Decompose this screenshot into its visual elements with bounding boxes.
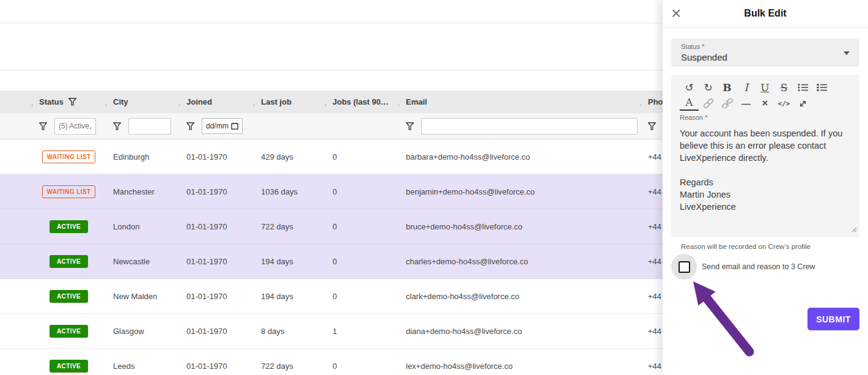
- city-cell: London: [106, 222, 179, 231]
- joined-cell: 01-01-1970: [179, 257, 254, 266]
- jobs-90-cell: 0: [325, 292, 399, 301]
- header-status[interactable]: Status: [32, 97, 106, 106]
- header-city[interactable]: City: [106, 97, 179, 106]
- reason-text-area[interactable]: Your account has been suspended. If you …: [680, 127, 851, 213]
- filter-icon[interactable]: [113, 122, 121, 130]
- last-job-cell: 722 days: [254, 222, 325, 231]
- reason-signature: Regards Martin Jones LiveXperience: [680, 176, 851, 213]
- jobs-90-cell: 0: [325, 362, 399, 371]
- italic-icon[interactable]: I: [737, 80, 756, 95]
- last-job-cell: 722 days: [254, 362, 325, 371]
- checkbox-ripple[interactable]: [671, 254, 697, 280]
- status-dropdown-value: Suspended: [681, 52, 850, 62]
- status-badge: ACTIVE: [50, 325, 88, 338]
- header-joined[interactable]: Joined: [179, 97, 254, 106]
- strikethrough-icon[interactable]: S: [774, 80, 793, 95]
- status-badge: ACTIVE: [50, 220, 88, 233]
- city-cell: Glasgow: [106, 327, 179, 336]
- numbered-list-icon[interactable]: [812, 80, 831, 95]
- joined-cell: 01-01-1970: [179, 222, 254, 231]
- filter-email: [399, 118, 641, 135]
- header-last-job[interactable]: Last job: [254, 97, 325, 106]
- send-email-checkbox[interactable]: [679, 261, 690, 273]
- joined-cell: 01-01-1970: [179, 152, 254, 162]
- email-cell: barbara+demo-ho4ss@liveforce.co: [399, 152, 641, 162]
- joined-date-filter[interactable]: dd/mm: [202, 118, 243, 134]
- last-job-cell: 194 days: [254, 292, 325, 301]
- status-badge: ACTIVE: [50, 255, 88, 268]
- email-cell: benjamin+demo-ho4ss@liveforce.co: [399, 187, 641, 196]
- status-badge: ACTIVE: [50, 360, 88, 373]
- filter-icon[interactable]: [406, 122, 414, 130]
- filter-icon[interactable]: [68, 98, 76, 106]
- filter-status: [32, 118, 106, 135]
- horizontal-rule-icon[interactable]: —: [737, 96, 756, 111]
- status-badge: WAITING LIST: [42, 185, 95, 198]
- jobs-90-cell: 0: [325, 257, 399, 266]
- joined-cell: 01-01-1970: [179, 292, 254, 301]
- status-dropdown-label: Status *: [681, 43, 850, 50]
- city-cell: Newcastle: [106, 257, 179, 266]
- bold-icon[interactable]: B: [718, 80, 737, 95]
- link-icon[interactable]: [699, 96, 718, 111]
- expand-icon[interactable]: [793, 96, 812, 111]
- filter-icon[interactable]: [186, 122, 194, 130]
- joined-cell: 01-01-1970: [179, 327, 254, 336]
- filter-icon[interactable]: [648, 122, 656, 130]
- filter-joined: dd/mm: [179, 118, 254, 134]
- last-job-cell: 8 days: [254, 327, 325, 336]
- font-color-icon[interactable]: A: [680, 96, 699, 111]
- jobs-90-cell: 0: [325, 152, 399, 162]
- header-email[interactable]: Email: [399, 97, 641, 106]
- jobs-90-cell: 0: [325, 187, 399, 196]
- resize-handle-icon[interactable]: [850, 224, 857, 235]
- send-email-row: Send email and reason to 3 Crew: [663, 253, 868, 280]
- city-cell: Manchester: [106, 187, 179, 196]
- jobs-90-cell: 1: [325, 327, 399, 336]
- redo-icon[interactable]: ↻: [699, 80, 718, 95]
- status-dropdown[interactable]: Status * Suspended: [671, 39, 859, 67]
- chevron-down-icon: [844, 51, 850, 55]
- bullet-list-icon[interactable]: [793, 80, 812, 95]
- last-job-cell: 194 days: [254, 257, 325, 266]
- send-email-label: Send email and reason to 3 Crew: [702, 262, 815, 271]
- unlink-icon[interactable]: [718, 96, 737, 111]
- status-cell: ACTIVE: [32, 220, 106, 233]
- city-filter-input[interactable]: [128, 118, 171, 135]
- editor-toolbar-row-2: A — × </>: [680, 95, 851, 111]
- reason-paragraph: Your account has been suspended. If you …: [680, 127, 851, 164]
- status-badge: ACTIVE: [50, 290, 88, 303]
- email-filter-input[interactable]: [421, 118, 638, 135]
- joined-cell: 01-01-1970: [179, 362, 254, 371]
- editor-toolbar-row-1: ↺ ↻ B I U S: [680, 80, 851, 95]
- undo-icon[interactable]: ↺: [680, 80, 699, 95]
- status-cell: ACTIVE: [32, 325, 106, 338]
- code-view-icon[interactable]: </>: [774, 96, 793, 111]
- email-cell: lex+demo-ho4ss@liveforce.co: [399, 362, 641, 371]
- filter-icon[interactable]: [39, 122, 47, 130]
- city-cell: Leeds: [106, 362, 179, 371]
- reason-editor: ↺ ↻ B I U S A — × </>: [671, 75, 859, 237]
- reason-label: Reason *: [680, 114, 851, 121]
- email-cell: charles+demo-ho4ss@liveforce.co: [399, 257, 641, 266]
- email-cell: diana+demo-ho4ss@liveforce.co: [399, 327, 641, 336]
- status-cell: WAITING LIST: [32, 150, 106, 163]
- calendar-icon: [231, 122, 238, 130]
- panel-title: Bulk Edit: [663, 8, 868, 19]
- underline-icon[interactable]: U: [756, 80, 774, 95]
- panel-header: × Bulk Edit: [663, 0, 868, 28]
- city-cell: New Malden: [106, 292, 179, 301]
- clear-formatting-icon[interactable]: ×: [756, 96, 774, 111]
- submit-button[interactable]: SUBMIT: [807, 308, 859, 330]
- email-cell: clark+demo-ho4ss@liveforce.co: [399, 292, 641, 301]
- status-badge: WAITING LIST: [42, 150, 95, 163]
- reason-helper-text: Reason will be recorded on Crew’s profil…: [681, 243, 859, 250]
- status-cell: ACTIVE: [32, 290, 106, 303]
- status-cell: ACTIVE: [32, 360, 106, 373]
- header-jobs-90[interactable]: Jobs (last 90…: [325, 97, 399, 106]
- status-filter-input[interactable]: [54, 118, 96, 135]
- city-cell: Edinburgh: [106, 152, 179, 162]
- last-job-cell: 1036 days: [254, 187, 325, 196]
- email-cell: bruce+demo-ho4ss@liveforce.co: [399, 222, 641, 231]
- close-icon[interactable]: ×: [671, 4, 681, 23]
